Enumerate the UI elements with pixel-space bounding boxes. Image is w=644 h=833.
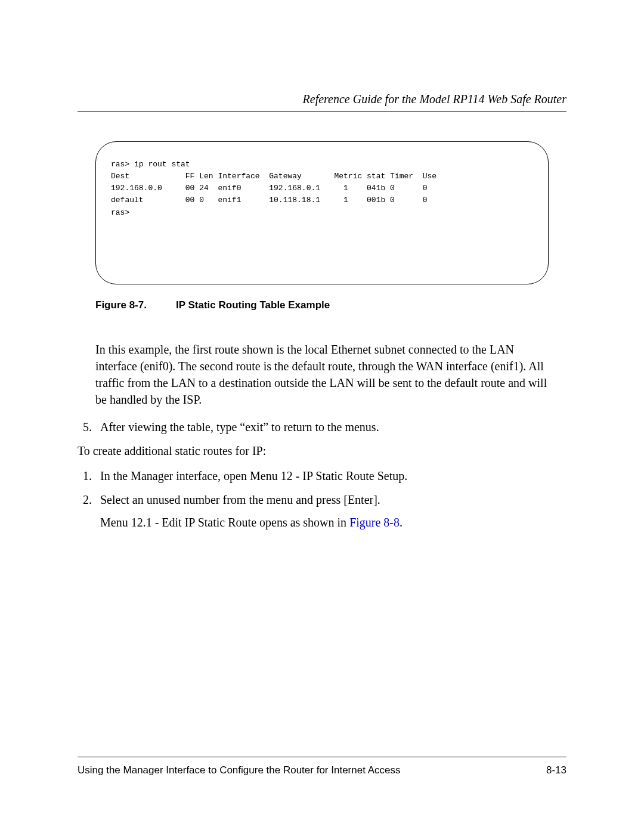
list-marker: 2. (78, 491, 100, 531)
page-header: Reference Guide for the Model RP114 Web … (78, 92, 566, 106)
terminal-output: ras> ip rout stat Dest FF Len Interface … (95, 141, 549, 284)
list-content: Select an unused number from the menu an… (100, 491, 566, 531)
list-marker: 5. (78, 419, 100, 435)
footer-page-number: 8-13 (546, 764, 566, 776)
header-rule (78, 111, 566, 112)
figure-caption: Figure 8-7.IP Static Routing Table Examp… (95, 299, 549, 311)
intro-paragraph: To create additional static routes for I… (78, 442, 566, 459)
figure-title: IP Static Routing Table Example (176, 299, 330, 311)
footer-left: Using the Manager Interface to Configure… (78, 764, 400, 776)
step-5: 5. After viewing the table, type “exit” … (78, 419, 566, 435)
page-footer: Using the Manager Interface to Configure… (78, 757, 566, 776)
step-2-sub: Menu 12.1 - Edit IP Static Route opens a… (100, 514, 566, 531)
step-1: 1. In the Manager interface, open Menu 1… (78, 467, 566, 484)
figure-label: Figure 8-7. (95, 299, 176, 311)
example-paragraph: In this example, the first route shown i… (95, 341, 549, 408)
list-marker: 1. (78, 467, 100, 484)
list-content: In the Manager interface, open Menu 12 -… (100, 467, 566, 484)
footer-rule (78, 757, 566, 757)
step-2: 2. Select an unused number from the menu… (78, 491, 566, 531)
figure-link[interactable]: Figure 8-8 (349, 516, 400, 529)
list-content: After viewing the table, type “exit” to … (100, 419, 566, 435)
